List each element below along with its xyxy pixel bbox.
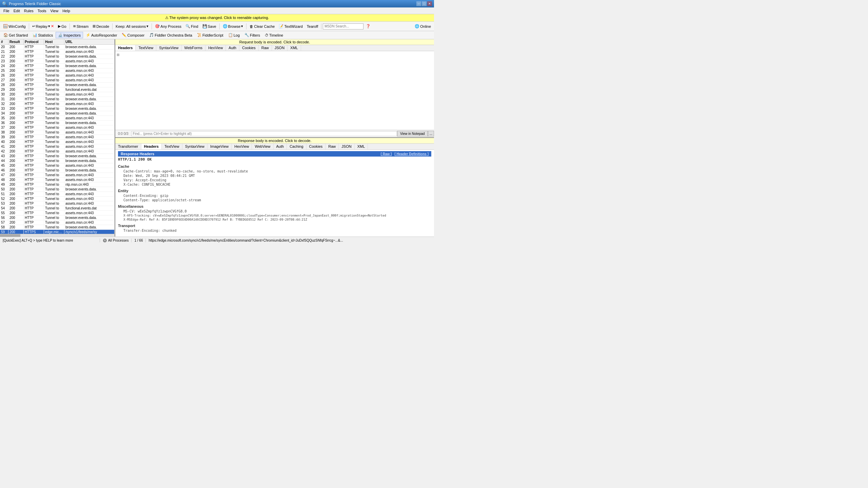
find-more-button[interactable]: ... (428, 131, 434, 137)
get-started-button[interactable]: 🏠 Get Started (1, 32, 30, 38)
tab-response-json[interactable]: JSON (339, 144, 354, 149)
tab-request-syntaxview[interactable]: SyntaxView (156, 45, 181, 51)
session-row[interactable]: 55200HTTPTunnel toassets.msn.cn:443 (0, 211, 115, 216)
tab-response-webview[interactable]: WebView (252, 144, 273, 149)
session-row[interactable]: 44200HTTPTunnel tobrowser.events.data. (0, 159, 115, 163)
menu-file[interactable]: File (1, 8, 12, 14)
session-row[interactable]: 20200HTTPTunnel tobrowser.events.data. (0, 45, 115, 49)
composer-button[interactable]: ✏️ Composer (120, 32, 146, 38)
session-row[interactable]: 28200HTTPTunnel tobrowser.events.data. (0, 83, 115, 87)
session-row[interactable]: 56200HTTPTunnel tobrowser.events.data. (0, 216, 115, 220)
view-in-notepad-button[interactable]: View in Notepad (397, 131, 428, 137)
go-button[interactable]: ▶ Go (56, 23, 68, 29)
tab-request-webforms[interactable]: WebForms (182, 45, 206, 51)
tab-response-transformer[interactable]: Transformer (115, 144, 141, 149)
winconfig-button[interactable]: 🪟 WinConfig (1, 23, 27, 29)
filters-button[interactable]: 🔧 Filters (242, 32, 262, 38)
session-row[interactable]: 21200HTTPTunnel toassets.msn.cn:443 (0, 49, 115, 54)
fiddlerscript-button[interactable]: 📜 FiddlerScript (195, 32, 225, 38)
session-row[interactable]: 38200HTTPTunnel toassets.msn.cn:443 (0, 130, 115, 135)
browse-button[interactable]: 🌐 Browse ▾ (221, 23, 245, 29)
session-row[interactable]: 34200HTTPTunnel tobrowser.events.data. (0, 111, 115, 116)
stream-button[interactable]: ≋ Stream (71, 23, 90, 29)
tab-response-cookies[interactable]: Cookies (307, 144, 326, 149)
tearoff-button[interactable]: Tearoff (305, 24, 320, 29)
tab-request-raw[interactable]: Raw (259, 45, 272, 51)
response-encoded-bar[interactable]: Response body is encoded. Click to decod… (115, 138, 434, 144)
raw-link[interactable]: [ Raw ] (381, 152, 392, 156)
sessions-scrollbar[interactable] (0, 234, 115, 237)
clear-cache-button[interactable]: 🗑 Clear Cache (248, 24, 276, 29)
tab-request-xml[interactable]: XML (288, 45, 301, 51)
tab-request-json[interactable]: JSON (272, 45, 288, 51)
session-row[interactable]: 33200HTTPTunnel tobrowser.events.data. (0, 106, 115, 111)
session-row[interactable]: 57200HTTPTunnel toassets.msn.cn:443 (0, 220, 115, 225)
tab-response-syntaxview[interactable]: SyntaxView (182, 144, 208, 149)
process-selector[interactable]: 🔘 All Processes (100, 239, 132, 242)
fiddler-orchestra-button[interactable]: 🎵 Fiddler Orchestra Beta (147, 32, 194, 38)
tab-response-textview[interactable]: TextView (162, 144, 182, 149)
maximize-button[interactable]: □ (422, 1, 427, 6)
session-row[interactable]: 53200HTTPTunnel toassets.msn.cn:443 (0, 201, 115, 206)
sessions-scroll-thumb[interactable] (0, 234, 20, 237)
session-row[interactable]: 32200HTTPTunnel toassets.msn.cn:443 (0, 102, 115, 106)
msdn-help-button[interactable]: ❓ (364, 23, 372, 29)
replay-button[interactable]: ↩ Replay ▾ ✕ (31, 23, 56, 29)
textwizard-button[interactable]: 📝 TextWizard (277, 23, 304, 29)
tab-response-auth[interactable]: Auth (274, 144, 287, 149)
session-row[interactable]: 54200HTTPTunnel tofunctional.events.dat (0, 206, 115, 211)
session-row[interactable]: 40200HTTPTunnel toassets.msn.cn:443 (0, 140, 115, 144)
titlebar-controls[interactable]: ─ □ ✕ (416, 1, 432, 6)
tab-request-cookies[interactable]: Cookies (239, 45, 259, 51)
save-button[interactable]: 💾 Save (201, 23, 218, 29)
session-row[interactable]: 50200HTTPTunnel tobrowser.events.data. (0, 187, 115, 192)
session-row[interactable]: 24200HTTPTunnel tobrowser.events.data. (0, 64, 115, 68)
log-button[interactable]: 📋 Log (226, 32, 242, 38)
header-definitions-link[interactable]: [ Header Definitions ] (394, 152, 429, 156)
session-row[interactable]: 52200HTTPTunnel toassets.msn.cn:443 (0, 197, 115, 201)
msdn-search-input[interactable] (323, 23, 363, 29)
find-input[interactable] (131, 131, 397, 136)
inspectors-button[interactable]: 🔬 Inspectors (56, 32, 83, 38)
tab-response-imageview[interactable]: ImageView (208, 144, 232, 149)
session-row[interactable]: 51200HTTPTunnel toassets.msn.cn:443 (0, 192, 115, 197)
session-row[interactable]: 29200HTTPTunnel tofunctional.events.dat (0, 87, 115, 92)
session-row[interactable]: 45200HTTPTunnel toassets.msn.cn:443 (0, 163, 115, 168)
session-row[interactable]: 30200HTTPTunnel toassets.msn.cn:443 (0, 92, 115, 97)
menu-edit[interactable]: Edit (12, 8, 22, 14)
session-row[interactable]: 37200HTTPTunnel toassets.msn.cn:443 (0, 125, 115, 130)
session-row[interactable]: 35200HTTPTunnel toassets.msn.cn:443 (0, 116, 115, 121)
session-row[interactable]: 43200HTTPTunnel tobrowser.events.data. (0, 154, 115, 159)
any-process-button[interactable]: 🎯 Any Process (153, 23, 183, 29)
autoresponder-button[interactable]: ⚡ AutoResponder (84, 32, 119, 38)
decode-button[interactable]: ⊞ Decode (91, 23, 111, 29)
sessions-list[interactable]: 20200HTTPTunnel tobrowser.events.data.21… (0, 45, 115, 234)
session-row[interactable]: 22200HTTPTunnel tobrowser.events.data. (0, 54, 115, 59)
online-button[interactable]: 🌐 Online (413, 23, 433, 29)
find-button[interactable]: 🔍 Find (184, 23, 200, 29)
session-row[interactable]: 59200HTTPSedge.microsoft.com/sync/v1/fee… (0, 230, 115, 234)
tab-response-raw[interactable]: Raw (326, 144, 339, 149)
menu-rules[interactable]: Rules (22, 8, 36, 14)
session-row[interactable]: 39200HTTPTunnel toassets.msn.cn:443 (0, 135, 115, 140)
session-row[interactable]: 48200HTTPTunnel toassets.msn.cn:443 (0, 178, 115, 182)
minimize-button[interactable]: ─ (416, 1, 421, 6)
session-row[interactable]: 47200HTTPTunnel toassets.msn.cn:443 (0, 173, 115, 178)
tab-response-hexview[interactable]: HexView (232, 144, 252, 149)
close-button[interactable]: ✕ (427, 1, 432, 6)
session-row[interactable]: 46200HTTPTunnel tobrowser.events.data. (0, 168, 115, 173)
menu-view[interactable]: View (48, 8, 61, 14)
keep-sessions-button[interactable]: Keep: All sessions ▾ (114, 23, 150, 29)
session-row[interactable]: 25200HTTPTunnel toassets.msn.cn:443 (0, 68, 115, 73)
tab-request-auth[interactable]: Auth (226, 45, 239, 51)
session-row[interactable]: 41200HTTPTunnel toassets.msn.cn:443 (0, 144, 115, 149)
session-row[interactable]: 31200HTTPTunnel tobrowser.events.data. (0, 97, 115, 102)
session-row[interactable]: 27200HTTPTunnel toassets.msn.cn:443 (0, 78, 115, 83)
session-row[interactable]: 58200HTTPTunnel tobrowser.events.data. (0, 225, 115, 230)
session-row[interactable]: 49200HTTPTunnel tontp.msn.cn:443 (0, 182, 115, 187)
tab-request-textview[interactable]: TextView (136, 45, 156, 51)
session-row[interactable]: 42200HTTPTunnel toassets.msn.cn:443 (0, 149, 115, 154)
tab-request-hexview[interactable]: HexView (205, 45, 226, 51)
tab-request-headers[interactable]: Headers (115, 45, 136, 51)
timeline-button[interactable]: ⏱ Timeline (263, 33, 285, 38)
